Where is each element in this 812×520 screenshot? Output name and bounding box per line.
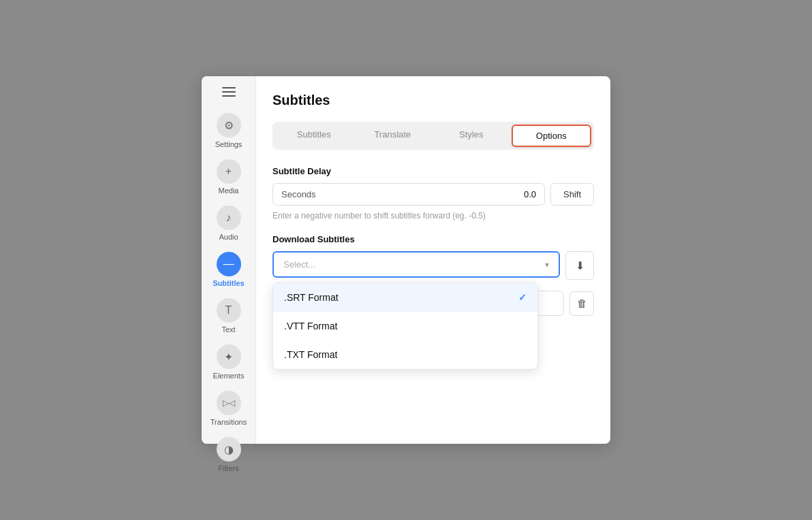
dropdown-item-txt[interactable]: .TXT Format	[273, 340, 537, 369]
sidebar-item-text[interactable]: T Text	[202, 293, 255, 339]
download-section-label: Download Subtitles	[272, 234, 594, 244]
delay-row: Seconds 0.0 Shift	[272, 183, 594, 206]
txt-format-label: .TXT Format	[284, 349, 337, 360]
dropdown-item-srt[interactable]: .SRT Format ✓	[273, 283, 537, 312]
sidebar-item-transitions[interactable]: ▷◁ Transitions	[202, 385, 255, 432]
tab-translate[interactable]: Translate	[354, 125, 432, 147]
text-icon: T	[217, 298, 241, 323]
transitions-icon: ▷◁	[217, 391, 241, 415]
audio-icon: ♪	[217, 206, 241, 230]
download-button[interactable]: ⬇	[565, 251, 594, 280]
select-wrapper: Select... ▾ .SRT Format ✓ .VTT Format .T…	[272, 251, 560, 280]
sidebar-item-subtitles[interactable]: — Subtitles	[202, 246, 255, 293]
sidebar-item-text-label: Text	[221, 325, 235, 334]
subtitles-icon: —	[217, 252, 241, 276]
subtitle-delay-label: Subtitle Delay	[272, 166, 594, 176]
sidebar-item-filters[interactable]: ◑ Filters	[202, 432, 255, 478]
media-icon: +	[217, 159, 241, 184]
filters-icon: ◑	[217, 437, 241, 461]
format-select[interactable]: Select... ▾	[272, 251, 560, 278]
sidebar-item-settings[interactable]: ⚙ Settings	[202, 108, 255, 154]
delay-input-label: Seconds	[281, 189, 316, 199]
srt-format-label: .SRT Format	[284, 292, 339, 303]
download-icon: ⬇	[576, 259, 584, 272]
tabs-row: Subtitles Translate Styles Options	[272, 122, 594, 150]
page-title: Subtitles	[272, 93, 594, 108]
vtt-format-label: .VTT Format	[284, 321, 337, 331]
menu-icon[interactable]	[218, 87, 240, 97]
sidebar-item-audio-label: Audio	[219, 233, 238, 241]
delete-button[interactable]: 🗑	[569, 291, 594, 316]
elements-icon: ✦	[217, 344, 241, 369]
sidebar-item-audio[interactable]: ♪ Audio	[202, 200, 255, 246]
format-dropdown: .SRT Format ✓ .VTT Format .TXT Format	[272, 282, 538, 370]
sidebar-item-transitions-label: Transitions	[210, 418, 247, 426]
sidebar-item-elements[interactable]: ✦ Elements	[202, 339, 255, 385]
select-placeholder: Select...	[283, 259, 315, 270]
delay-value: 0.0	[524, 189, 536, 199]
main-content: Subtitles Subtitles Translate Styles Opt…	[256, 76, 610, 444]
sidebar-item-media[interactable]: + Media	[202, 154, 255, 200]
delay-input-box: Seconds 0.0	[272, 183, 545, 206]
tab-styles[interactable]: Styles	[433, 125, 510, 147]
chevron-down-icon: ▾	[545, 260, 549, 270]
tab-subtitles[interactable]: Subtitles	[275, 125, 353, 147]
dropdown-item-vtt[interactable]: .VTT Format	[273, 312, 537, 340]
sidebar-item-elements-label: Elements	[213, 372, 245, 380]
trash-icon: 🗑	[577, 297, 587, 309]
download-row: Select... ▾ .SRT Format ✓ .VTT Format .T…	[272, 251, 594, 280]
sidebar-item-media-label: Media	[219, 186, 239, 195]
delay-hint: Enter a negative number to shift subtitl…	[272, 211, 594, 221]
sidebar: ⚙ Settings + Media ♪ Audio — Subtitles T…	[202, 76, 256, 444]
shift-button[interactable]: Shift	[550, 183, 594, 206]
sidebar-item-subtitles-label: Subtitles	[213, 279, 244, 287]
sidebar-item-filters-label: Filters	[219, 464, 239, 472]
settings-icon: ⚙	[217, 113, 241, 137]
check-icon: ✓	[518, 292, 527, 303]
tab-options[interactable]: Options	[512, 125, 592, 147]
sidebar-item-settings-label: Settings	[215, 140, 243, 148]
